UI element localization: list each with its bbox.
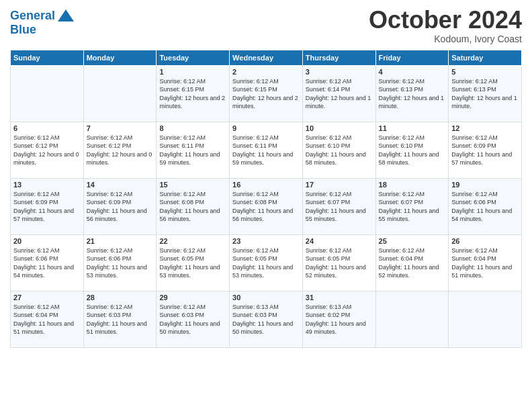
day-number: 20 — [13, 237, 81, 245]
day-number: 7 — [87, 124, 154, 132]
cell-info: Sunrise: 6:12 AM Sunset: 6:12 PM Dayligh… — [87, 134, 154, 167]
day-number: 2 — [232, 68, 300, 76]
calendar-cell: 19Sunrise: 6:12 AM Sunset: 6:06 PM Dayli… — [449, 178, 522, 234]
logo-icon — [56, 7, 75, 26]
calendar-cell: 3Sunrise: 6:12 AM Sunset: 6:14 PM Daylig… — [302, 65, 375, 122]
cell-info: Sunrise: 6:12 AM Sunset: 6:15 PM Dayligh… — [159, 77, 226, 111]
calendar-cell: 13Sunrise: 6:12 AM Sunset: 6:09 PM Dayli… — [11, 178, 84, 234]
day-number: 8 — [159, 124, 226, 132]
calendar-cell — [83, 65, 157, 122]
cell-info: Sunrise: 6:12 AM Sunset: 6:11 PM Dayligh… — [232, 134, 300, 167]
calendar-cell: 1Sunrise: 6:12 AM Sunset: 6:15 PM Daylig… — [157, 65, 230, 122]
calendar-cell: 9Sunrise: 6:12 AM Sunset: 6:11 PM Daylig… — [230, 122, 303, 178]
day-header-saturday: Saturday — [449, 50, 522, 65]
cell-info: Sunrise: 6:12 AM Sunset: 6:09 PM Dayligh… — [87, 190, 154, 224]
day-number: 10 — [306, 124, 373, 132]
calendar-cell — [449, 291, 522, 347]
day-number: 6 — [13, 124, 81, 132]
day-number: 14 — [87, 181, 154, 189]
cell-info: Sunrise: 6:12 AM Sunset: 6:06 PM Dayligh… — [451, 190, 519, 224]
day-number: 3 — [306, 68, 373, 76]
calendar-cell: 27Sunrise: 6:12 AM Sunset: 6:04 PM Dayli… — [11, 291, 84, 347]
day-number: 13 — [13, 181, 81, 189]
calendar-cell: 5Sunrise: 6:12 AM Sunset: 6:13 PM Daylig… — [449, 65, 522, 122]
cell-info: Sunrise: 6:12 AM Sunset: 6:05 PM Dayligh… — [306, 246, 373, 280]
location-subtitle: Kodoum, Ivory Coast — [369, 34, 522, 44]
day-header-sunday: Sunday — [11, 50, 84, 65]
calendar-cell: 18Sunrise: 6:12 AM Sunset: 6:07 PM Dayli… — [375, 178, 449, 234]
day-number: 21 — [87, 237, 154, 245]
day-number: 31 — [306, 293, 373, 302]
cell-info: Sunrise: 6:12 AM Sunset: 6:03 PM Dayligh… — [159, 303, 226, 336]
cell-info: Sunrise: 6:12 AM Sunset: 6:04 PM Dayligh… — [379, 246, 446, 280]
day-number: 12 — [451, 124, 519, 132]
cell-info: Sunrise: 6:12 AM Sunset: 6:15 PM Dayligh… — [232, 77, 300, 111]
calendar-cell: 20Sunrise: 6:12 AM Sunset: 6:06 PM Dayli… — [11, 234, 84, 291]
calendar-cell: 31Sunrise: 6:13 AM Sunset: 6:02 PM Dayli… — [302, 291, 375, 347]
calendar-cell: 6Sunrise: 6:12 AM Sunset: 6:12 PM Daylig… — [11, 122, 84, 178]
day-header-wednesday: Wednesday — [230, 50, 303, 65]
calendar-cell: 12Sunrise: 6:12 AM Sunset: 6:09 PM Dayli… — [449, 122, 522, 178]
cell-info: Sunrise: 6:12 AM Sunset: 6:03 PM Dayligh… — [87, 303, 154, 336]
calendar-cell: 11Sunrise: 6:12 AM Sunset: 6:10 PM Dayli… — [375, 122, 449, 178]
calendar-cell: 8Sunrise: 6:12 AM Sunset: 6:11 PM Daylig… — [157, 122, 230, 178]
cell-info: Sunrise: 6:12 AM Sunset: 6:13 PM Dayligh… — [379, 77, 446, 111]
day-number: 15 — [159, 181, 226, 189]
day-number: 24 — [306, 237, 373, 245]
day-number: 1 — [159, 68, 226, 76]
cell-info: Sunrise: 6:12 AM Sunset: 6:09 PM Dayligh… — [451, 134, 519, 167]
cell-info: Sunrise: 6:12 AM Sunset: 6:07 PM Dayligh… — [379, 190, 446, 224]
day-number: 27 — [13, 293, 81, 302]
day-number: 28 — [87, 293, 154, 302]
cell-info: Sunrise: 6:12 AM Sunset: 6:08 PM Dayligh… — [159, 190, 226, 224]
day-number: 5 — [451, 68, 519, 76]
day-number: 18 — [379, 181, 446, 189]
calendar-cell: 25Sunrise: 6:12 AM Sunset: 6:04 PM Dayli… — [375, 234, 449, 291]
day-number: 22 — [159, 237, 226, 245]
cell-info: Sunrise: 6:13 AM Sunset: 6:03 PM Dayligh… — [232, 303, 300, 336]
day-number: 29 — [159, 293, 226, 302]
day-number: 4 — [379, 68, 446, 76]
day-number: 30 — [232, 293, 300, 302]
month-title: October 2024 — [369, 7, 522, 34]
day-number: 23 — [232, 237, 300, 245]
cell-info: Sunrise: 6:12 AM Sunset: 6:04 PM Dayligh… — [451, 246, 519, 280]
calendar-cell: 17Sunrise: 6:12 AM Sunset: 6:07 PM Dayli… — [302, 178, 375, 234]
day-header-tuesday: Tuesday — [157, 50, 230, 65]
cell-info: Sunrise: 6:12 AM Sunset: 6:05 PM Dayligh… — [159, 246, 226, 280]
calendar-cell: 4Sunrise: 6:12 AM Sunset: 6:13 PM Daylig… — [375, 65, 449, 122]
calendar-cell: 10Sunrise: 6:12 AM Sunset: 6:10 PM Dayli… — [302, 122, 375, 178]
calendar-table: SundayMondayTuesdayWednesdayThursdayFrid… — [10, 50, 522, 348]
day-header-friday: Friday — [375, 50, 449, 65]
day-number: 25 — [379, 237, 446, 245]
calendar-cell — [11, 65, 84, 122]
logo-text: General — [10, 9, 55, 23]
svg-marker-0 — [58, 9, 74, 21]
calendar-cell: 30Sunrise: 6:13 AM Sunset: 6:03 PM Dayli… — [230, 291, 303, 347]
day-number: 11 — [379, 124, 446, 132]
calendar-cell: 28Sunrise: 6:12 AM Sunset: 6:03 PM Dayli… — [83, 291, 157, 347]
calendar-cell: 14Sunrise: 6:12 AM Sunset: 6:09 PM Dayli… — [83, 178, 157, 234]
cell-info: Sunrise: 6:12 AM Sunset: 6:14 PM Dayligh… — [306, 77, 373, 111]
cell-info: Sunrise: 6:12 AM Sunset: 6:11 PM Dayligh… — [159, 134, 226, 167]
cell-info: Sunrise: 6:12 AM Sunset: 6:09 PM Dayligh… — [13, 190, 81, 224]
calendar-cell — [375, 291, 449, 347]
calendar-cell: 23Sunrise: 6:12 AM Sunset: 6:05 PM Dayli… — [230, 234, 303, 291]
cell-info: Sunrise: 6:12 AM Sunset: 6:13 PM Dayligh… — [451, 77, 519, 111]
day-header-monday: Monday — [83, 50, 157, 65]
cell-info: Sunrise: 6:12 AM Sunset: 6:08 PM Dayligh… — [232, 190, 300, 224]
cell-info: Sunrise: 6:12 AM Sunset: 6:05 PM Dayligh… — [232, 246, 300, 280]
cell-info: Sunrise: 6:12 AM Sunset: 6:06 PM Dayligh… — [87, 246, 154, 280]
cell-info: Sunrise: 6:12 AM Sunset: 6:12 PM Dayligh… — [13, 134, 81, 167]
calendar-cell: 29Sunrise: 6:12 AM Sunset: 6:03 PM Dayli… — [157, 291, 230, 347]
calendar-cell: 26Sunrise: 6:12 AM Sunset: 6:04 PM Dayli… — [449, 234, 522, 291]
cell-info: Sunrise: 6:12 AM Sunset: 6:06 PM Dayligh… — [13, 246, 81, 280]
cell-info: Sunrise: 6:12 AM Sunset: 6:10 PM Dayligh… — [306, 134, 373, 167]
cell-info: Sunrise: 6:12 AM Sunset: 6:10 PM Dayligh… — [379, 134, 446, 167]
day-number: 9 — [232, 124, 300, 132]
calendar-cell: 16Sunrise: 6:12 AM Sunset: 6:08 PM Dayli… — [230, 178, 303, 234]
day-number: 19 — [451, 181, 519, 189]
title-block: October 2024 Kodoum, Ivory Coast — [369, 7, 522, 44]
day-number: 16 — [232, 181, 300, 189]
calendar-cell: 21Sunrise: 6:12 AM Sunset: 6:06 PM Dayli… — [83, 234, 157, 291]
